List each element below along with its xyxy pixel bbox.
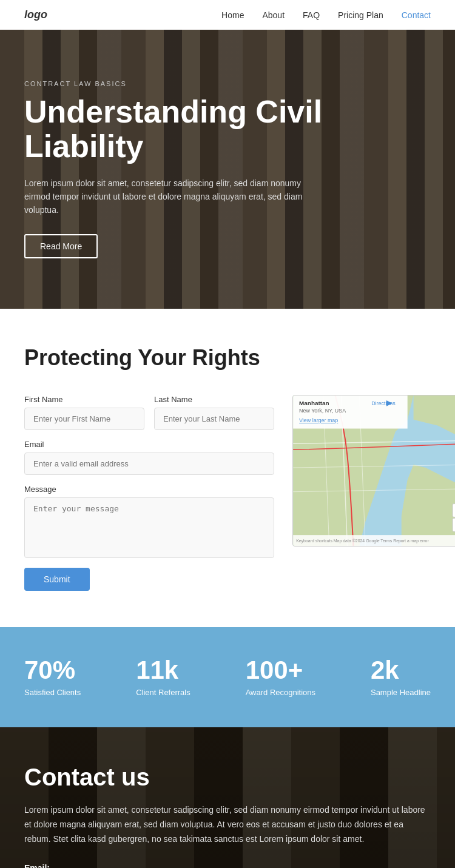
navbar: logo Home About FAQ Pricing Plan Contact — [0, 0, 455, 30]
hero-title: Understanding Civil Liability — [24, 95, 400, 164]
contact-content: Contact us Lorem ipsum dolor sit amet, c… — [24, 764, 431, 868]
nav-about[interactable]: About — [262, 10, 285, 20]
hero-content: CONTRACT LAW BASICS Understanding Civil … — [0, 80, 425, 258]
nav-contact[interactable]: Contact — [402, 10, 431, 20]
email-label-contact: Email: — [24, 863, 431, 868]
stat-sample-headline: 2k Sample Headline — [371, 658, 431, 697]
first-name-label: First Name — [24, 395, 144, 404]
stat-number-1: 11k — [136, 658, 190, 683]
map-svg: Manhattan New York, NY, USA View larger … — [293, 395, 455, 546]
map-container[interactable]: Manhattan New York, NY, USA View larger … — [292, 395, 455, 547]
form-map-row: First Name Last Name Email Message Submi… — [24, 395, 431, 591]
first-name-input[interactable] — [24, 408, 144, 430]
stat-award-recognitions: 100+ Award Recognitions — [246, 658, 315, 697]
stat-number-2: 100+ — [246, 658, 315, 683]
stat-satisfied-clients: 70% Satisfied Clients — [24, 658, 81, 697]
logo: logo — [24, 8, 47, 21]
first-name-group: First Name — [24, 395, 144, 430]
nav-links: Home About FAQ Pricing Plan Contact — [221, 10, 431, 20]
email-label: Email — [24, 440, 274, 449]
contact-title: Contact us — [24, 764, 431, 791]
nav-faq[interactable]: FAQ — [303, 10, 320, 20]
stat-number-0: 70% — [24, 658, 81, 683]
stat-client-referrals: 11k Client Referrals — [136, 658, 190, 697]
message-label: Message — [24, 485, 274, 494]
email-group: Email — [24, 440, 274, 475]
form-section: Protecting Your Rights First Name Last N… — [0, 309, 455, 627]
svg-text:View larger map: View larger map — [299, 417, 338, 423]
stat-label-2: Award Recognitions — [246, 688, 315, 697]
message-group: Message — [24, 485, 274, 558]
last-name-input[interactable] — [154, 408, 274, 430]
read-more-button[interactable]: Read More — [24, 234, 98, 258]
svg-text:Manhattan: Manhattan — [299, 400, 329, 406]
email-input[interactable] — [24, 453, 274, 475]
name-row: First Name Last Name — [24, 395, 274, 430]
form-section-title: Protecting Your Rights — [24, 345, 431, 371]
message-input[interactable] — [24, 497, 274, 558]
hero-desc: Lorem ipsum dolor sit amet, consetetur s… — [24, 177, 303, 217]
submit-button[interactable]: Submit — [24, 568, 90, 591]
stat-label-1: Client Referrals — [136, 688, 190, 697]
svg-rect-16 — [453, 504, 455, 517]
nav-home[interactable]: Home — [221, 10, 244, 20]
stat-label-0: Satisfied Clients — [24, 688, 81, 697]
map-side: Manhattan New York, NY, USA View larger … — [292, 395, 455, 547]
contact-section: Contact us Lorem ipsum dolor sit amet, c… — [0, 727, 455, 868]
last-name-group: Last Name — [154, 395, 274, 430]
contact-desc: Lorem ipsum dolor sit amet, consetetur s… — [24, 803, 431, 846]
stat-label-3: Sample Headline — [371, 688, 431, 697]
stats-section: 70% Satisfied Clients 11k Client Referra… — [0, 627, 455, 727]
svg-rect-18 — [453, 518, 455, 531]
form-side: First Name Last Name Email Message Submi… — [24, 395, 274, 591]
hero-tag: CONTRACT LAW BASICS — [24, 80, 400, 87]
hero-section: CONTRACT LAW BASICS Understanding Civil … — [0, 30, 455, 309]
stat-number-3: 2k — [371, 658, 431, 683]
last-name-label: Last Name — [154, 395, 274, 404]
nav-pricing[interactable]: Pricing Plan — [338, 10, 383, 20]
svg-text:New York, NY, USA: New York, NY, USA — [299, 408, 346, 414]
svg-text:Keyboard shortcuts  Map data ©: Keyboard shortcuts Map data ©2024 Google… — [296, 539, 429, 543]
